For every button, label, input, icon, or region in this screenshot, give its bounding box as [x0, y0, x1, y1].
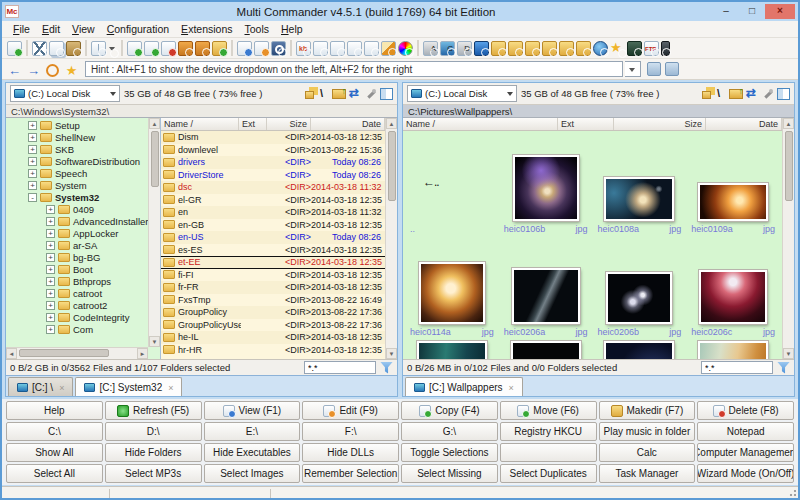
- tab-close-icon[interactable]: [57, 382, 64, 393]
- chevron-down-icon[interactable]: [625, 61, 641, 77]
- file-row[interactable]: GroupPolicyUsers <DIR> 2013-08-22 17:36: [161, 319, 385, 332]
- tree-item[interactable]: + SKB: [6, 143, 148, 155]
- function-button[interactable]: G:\: [401, 422, 498, 441]
- function-button[interactable]: Notepad: [697, 422, 794, 441]
- image-thumbnail[interactable]: [419, 262, 485, 324]
- tools-icon[interactable]: [627, 41, 642, 56]
- expander-icon[interactable]: +: [46, 241, 55, 250]
- folder-up-icon[interactable]: [729, 89, 743, 99]
- thumbnail-item[interactable]: heic0108a jpg: [595, 133, 685, 236]
- expander-icon[interactable]: +: [46, 289, 55, 298]
- file-row[interactable]: hr-HR <DIR> 2014-03-18 12:35: [161, 344, 385, 357]
- rename-icon[interactable]: [381, 41, 396, 56]
- print-d-icon[interactable]: [457, 41, 472, 56]
- function-button[interactable]: Wizard Mode (On/Off): [697, 464, 794, 483]
- expander-icon[interactable]: +: [28, 145, 37, 154]
- menu-item[interactable]: Configuration: [101, 22, 175, 36]
- tree-item[interactable]: + Boot: [6, 263, 148, 275]
- ftp-icon[interactable]: [644, 41, 659, 56]
- log-panel-icon[interactable]: [647, 62, 661, 76]
- expander-icon[interactable]: +: [46, 325, 55, 334]
- file-row[interactable]: en-US <DIR> Today 08:26: [161, 231, 385, 244]
- column-name[interactable]: Name /: [403, 118, 558, 130]
- expander-icon[interactable]: +: [46, 205, 55, 214]
- pin-icon[interactable]: [364, 87, 378, 101]
- pin-icon[interactable]: [761, 87, 775, 101]
- phone-icon[interactable]: [661, 41, 670, 56]
- folder-pictures-icon[interactable]: [525, 41, 540, 56]
- scroll-right-icon[interactable]: [137, 348, 148, 359]
- filter-icon[interactable]: [380, 362, 393, 374]
- thumbnail-item[interactable]: heic0109a jpg: [688, 133, 778, 236]
- file-row[interactable]: fi-FI <DIR> 2014-03-18 12:35: [161, 269, 385, 282]
- tree-item[interactable]: + bg-BG: [6, 251, 148, 263]
- column-date[interactable]: Date: [706, 118, 782, 130]
- filter-input[interactable]: [701, 361, 773, 374]
- file-row[interactable]: dsc <DIR> 2014-03-18 11:32: [161, 181, 385, 194]
- expander-icon[interactable]: +: [46, 253, 55, 262]
- thumbnail-item[interactable]: heic0206b jpg: [595, 236, 685, 339]
- list-scrollbar[interactable]: [385, 118, 397, 359]
- function-button[interactable]: Select Missing: [401, 464, 498, 483]
- copy-file-icon[interactable]: [144, 41, 159, 56]
- new-folder-icon[interactable]: [212, 41, 227, 56]
- column-size[interactable]: Size: [267, 118, 311, 130]
- file-row[interactable]: el-GR <DIR> 2014-03-18 12:35: [161, 194, 385, 207]
- column-size[interactable]: Size: [614, 118, 706, 130]
- function-button[interactable]: Select Images: [204, 464, 301, 483]
- paste-icon[interactable]: [66, 41, 81, 56]
- tree-item[interactable]: + catroot: [6, 287, 148, 299]
- view-file-icon[interactable]: [237, 41, 252, 56]
- scroll-thumb[interactable]: [19, 349, 109, 357]
- tree-item[interactable]: + Speech: [6, 167, 148, 179]
- view-mode-icon[interactable]: [380, 88, 393, 100]
- function-button[interactable]: View (F1): [204, 401, 301, 420]
- function-button[interactable]: Select All: [6, 464, 103, 483]
- function-button[interactable]: E:\: [204, 422, 301, 441]
- back-icon[interactable]: [6, 61, 23, 77]
- folder-tree-icon[interactable]: [702, 91, 711, 99]
- thumbnail-item[interactable]: heic0106b jpg: [501, 133, 591, 236]
- column-name[interactable]: Name /: [161, 118, 239, 130]
- separator[interactable]: [26, 40, 28, 56]
- image-thumbnail[interactable]: [606, 272, 672, 324]
- folder-tree-icon[interactable]: [305, 91, 314, 99]
- cut-icon[interactable]: [32, 41, 47, 56]
- file-row[interactable]: DriverStore <DIR> Today 08:26: [161, 169, 385, 182]
- new-file-icon[interactable]: [127, 41, 142, 56]
- scroll-down-icon[interactable]: [386, 348, 397, 359]
- function-button[interactable]: Refresh (F5): [105, 401, 202, 420]
- tree-item[interactable]: + SoftwareDistribution: [6, 155, 148, 167]
- separator[interactable]: [290, 40, 292, 56]
- image-thumbnail[interactable]: [512, 268, 580, 324]
- function-button[interactable]: Hide Folders: [105, 443, 202, 462]
- function-button[interactable]: F:\: [302, 422, 399, 441]
- file-row[interactable]: downlevel <DIR> 2013-08-22 15:36: [161, 144, 385, 157]
- network-icon[interactable]: [593, 41, 608, 56]
- split-caret-icon[interactable]: [108, 41, 117, 56]
- expander-icon[interactable]: +: [46, 217, 55, 226]
- menu-item[interactable]: View: [66, 22, 101, 36]
- thumbnail-item[interactable]: [595, 339, 685, 359]
- tab-close-icon[interactable]: [166, 382, 173, 393]
- folder-favorites-icon[interactable]: [559, 41, 574, 56]
- function-button[interactable]: D:\: [105, 422, 202, 441]
- tree-item[interactable]: + 0409: [6, 203, 148, 215]
- expander-icon[interactable]: +: [46, 265, 55, 274]
- function-button[interactable]: Calc: [599, 443, 696, 462]
- file-row[interactable]: fr-FR <DIR> 2014-03-18 12:35: [161, 281, 385, 294]
- forward-icon[interactable]: [25, 61, 42, 77]
- swap-refresh-icon[interactable]: [348, 87, 362, 101]
- folder-up-icon[interactable]: [332, 89, 346, 99]
- scroll-left-icon[interactable]: [6, 348, 17, 359]
- computer-c-icon[interactable]: [440, 41, 455, 56]
- tab-close-icon[interactable]: [507, 382, 514, 393]
- function-button[interactable]: Computer Management: [697, 443, 794, 462]
- drive-dropdown[interactable]: (C:) Local Disk: [407, 85, 517, 102]
- folder-music-icon[interactable]: [508, 41, 523, 56]
- function-button[interactable]: Hide DLLs: [302, 443, 399, 462]
- folder-documents-icon[interactable]: [491, 41, 506, 56]
- tree-item[interactable]: + AppLocker: [6, 227, 148, 239]
- device-panel-icon[interactable]: [665, 62, 679, 76]
- function-button[interactable]: Toggle Selections: [401, 443, 498, 462]
